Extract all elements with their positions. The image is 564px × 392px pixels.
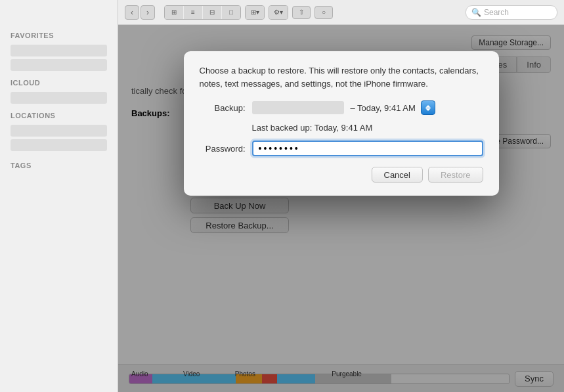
backup-field-row: Backup: – Today, 9:41 AM	[200, 100, 483, 115]
back-button[interactable]: ‹	[125, 5, 139, 20]
backup-date-text: – Today, 9:41 AM	[351, 103, 416, 113]
forward-button[interactable]: ›	[141, 5, 155, 20]
stepper-up-icon	[425, 105, 431, 108]
sidebar-blurred-2	[11, 59, 107, 71]
toolbar: ‹ › ⊞ ≡ ⊟ □ ⊞▾ ⚙▾ ⇧ ○ 🔍 Search	[118, 0, 564, 25]
tags-section-label: Tags	[0, 154, 118, 172]
view-options-group: ⊞ ≡ ⊟ □	[164, 5, 241, 20]
nav-buttons: ‹ ›	[125, 5, 155, 20]
locations-section-label: Locations	[0, 106, 118, 122]
main-content: ‹ › ⊞ ≡ ⊟ □ ⊞▾ ⚙▾ ⇧ ○ 🔍 Search Manage St…	[118, 0, 564, 392]
backup-stepper[interactable]	[421, 100, 435, 115]
icloud-section-label: iCloud	[0, 74, 118, 89]
cancel-button[interactable]: Cancel	[372, 167, 423, 183]
backup-field-label: Backup:	[200, 103, 246, 113]
sidebar: Favorites iCloud Locations Tags	[0, 0, 118, 392]
modal-overlay: Choose a backup to restore. This will re…	[118, 25, 564, 392]
search-icon: 🔍	[471, 8, 481, 17]
sidebar-blurred-5	[11, 139, 107, 151]
sidebar-blurred-3	[11, 92, 107, 104]
action-group: ⚙▾	[269, 5, 288, 20]
password-field-row: Password:	[200, 141, 483, 156]
backup-select: – Today, 9:41 AM	[252, 100, 435, 115]
search-placeholder: Search	[484, 8, 509, 17]
list-view-button[interactable]: ≡	[184, 6, 202, 19]
content-body: Manage Storage... Photos Files Info tica…	[118, 25, 564, 392]
action-button[interactable]: ⚙▾	[269, 6, 288, 19]
sidebar-blurred-4	[11, 125, 107, 137]
modal-description: Choose a backup to restore. This will re…	[200, 64, 483, 90]
modal-buttons: Cancel Restore	[200, 167, 483, 183]
favorites-section-label: Favorites	[0, 26, 118, 42]
share-button[interactable]: ⇧	[292, 6, 311, 19]
tag-button[interactable]: ○	[315, 6, 333, 19]
search-bar[interactable]: 🔍 Search	[466, 5, 557, 20]
sidebar-blurred-1	[11, 45, 107, 56]
password-input[interactable]	[252, 141, 483, 156]
gallery-view-button[interactable]: □	[222, 6, 240, 19]
restore-button[interactable]: Restore	[428, 167, 483, 183]
last-backed-up-text: Last backed up: Today, 9:41 AM	[252, 123, 483, 133]
sort-button[interactable]: ⊞▾	[246, 6, 264, 19]
modal-form: Backup: – Today, 9:41 AM Last backed up:…	[200, 100, 483, 183]
restore-backup-modal: Choose a backup to restore. This will re…	[184, 51, 499, 196]
password-field-label: Password:	[200, 144, 246, 154]
column-view-button[interactable]: ⊟	[203, 6, 221, 19]
backup-name-blurred	[252, 101, 344, 114]
sort-group: ⊞▾	[245, 5, 265, 20]
grid-view-button[interactable]: ⊞	[165, 6, 183, 19]
stepper-down-icon	[425, 108, 431, 111]
